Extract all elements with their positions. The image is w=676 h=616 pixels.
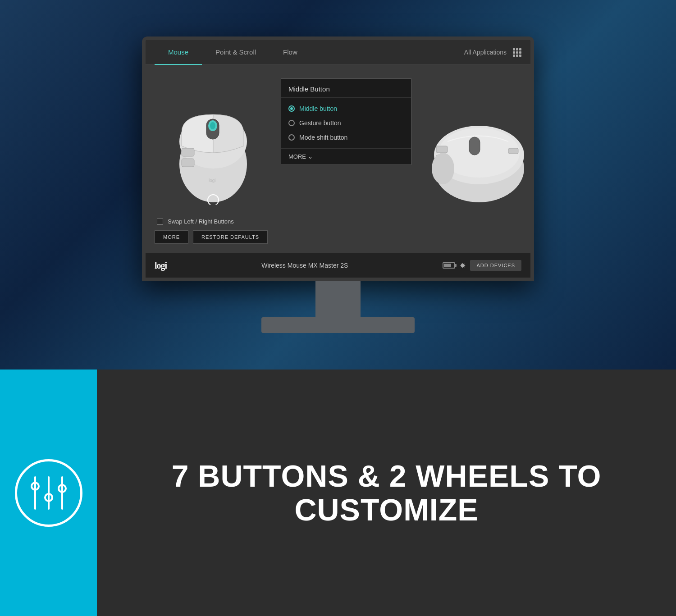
svg-rect-5 xyxy=(182,148,194,156)
logi-logo: logi xyxy=(155,260,167,271)
swap-label: Swap Left / Right Buttons xyxy=(168,218,234,225)
svg-rect-16 xyxy=(508,148,518,154)
footer-bar: logi Wireless Mouse MX Master 2S ✸ ADD D… xyxy=(146,253,530,278)
monitor-outer: Mouse Point & Scroll Flow All Applicatio… xyxy=(142,37,534,333)
svg-rect-6 xyxy=(182,159,194,167)
svg-rect-15 xyxy=(469,137,480,155)
grid-icon xyxy=(513,48,521,57)
monitor-section: Mouse Point & Scroll Flow All Applicatio… xyxy=(0,0,676,370)
monitor-neck xyxy=(315,281,361,317)
footer-right: ✸ ADD DEVICES xyxy=(443,260,521,271)
content-row: logi Middle Button Middle butt xyxy=(155,74,521,209)
sliders-circle xyxy=(15,459,82,527)
swap-row: Swap Left / Right Buttons xyxy=(155,218,521,225)
sliders-icon xyxy=(28,475,69,511)
device-name: Wireless Mouse MX Master 2S xyxy=(261,262,348,269)
banner-text-area: 7 BUTTONS & 2 WHEELS TO CUSTOMIZE xyxy=(97,441,676,545)
nav-tabs: Mouse Point & Scroll Flow All Applicatio… xyxy=(146,40,530,65)
svg-point-4 xyxy=(210,122,215,129)
swap-checkbox[interactable] xyxy=(157,219,163,225)
banner-icon-area xyxy=(0,370,97,616)
chevron-down-icon: ⌄ xyxy=(308,153,313,160)
monitor-base xyxy=(261,317,415,333)
mouse-front-area: logi xyxy=(155,74,272,209)
main-content: logi Middle Button Middle butt xyxy=(146,65,530,253)
bottom-banner: 7 BUTTONS & 2 WHEELS TO CUSTOMIZE xyxy=(0,370,676,616)
option-middle-button[interactable]: Middle button xyxy=(281,101,411,116)
dropdown-more[interactable]: MORE ⌄ xyxy=(281,148,411,164)
bluetooth-icon: ✸ xyxy=(460,261,466,270)
monitor-frame: Mouse Point & Scroll Flow All Applicatio… xyxy=(142,37,534,281)
mouse-front-svg: logi xyxy=(164,78,263,205)
more-button[interactable]: MORE xyxy=(155,230,188,244)
svg-text:logi: logi xyxy=(209,178,216,183)
restore-defaults-button[interactable]: RESTORE DEFAULTS xyxy=(193,230,268,244)
svg-point-14 xyxy=(432,153,454,184)
banner-heading: 7 BUTTONS & 2 WHEELS TO CUSTOMIZE xyxy=(172,459,602,527)
mouse-back-area xyxy=(420,110,534,209)
option-gesture-button[interactable]: Gesture button xyxy=(281,116,411,130)
battery-icon xyxy=(443,262,455,269)
option-mode-shift[interactable]: Mode shift button xyxy=(281,130,411,145)
svg-rect-12 xyxy=(436,146,448,153)
radio-mode-shift xyxy=(288,134,295,141)
tab-mouse[interactable]: Mouse xyxy=(155,40,202,65)
radio-gesture-button xyxy=(288,120,295,126)
nav-right-area: All Applications xyxy=(464,48,521,57)
buttons-row: MORE RESTORE DEFAULTS xyxy=(155,230,521,244)
dropdown-panel: Middle Button Middle button Gesture butt… xyxy=(281,78,411,165)
add-devices-button[interactable]: ADD DEVICES xyxy=(470,260,521,271)
dropdown-options: Middle button Gesture button Mode shift … xyxy=(281,98,411,148)
bottom-controls: Swap Left / Right Buttons MORE RESTORE D… xyxy=(155,218,521,244)
radio-middle-button xyxy=(288,105,295,112)
tab-point-scroll[interactable]: Point & Scroll xyxy=(202,40,269,65)
dropdown-title: Middle Button xyxy=(281,79,411,98)
tab-flow[interactable]: Flow xyxy=(269,40,311,65)
mouse-back-svg xyxy=(420,110,534,209)
battery-fill xyxy=(444,264,451,267)
monitor-screen: Mouse Point & Scroll Flow All Applicatio… xyxy=(146,40,530,278)
